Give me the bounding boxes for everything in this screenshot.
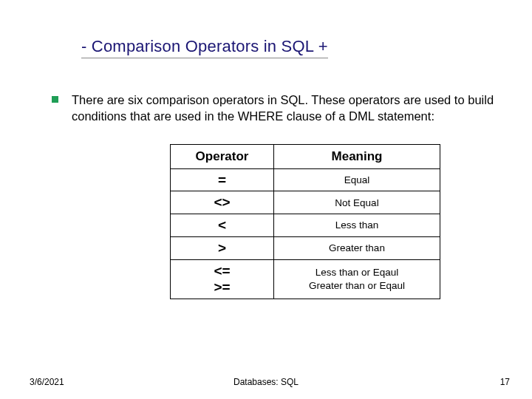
bullet-icon: [52, 96, 58, 103]
cell-operator: <: [171, 214, 274, 237]
cell-meaning: Less than: [274, 214, 440, 237]
footer-date: 3/6/2021: [30, 377, 64, 387]
slide-title: - Comparison Operators in SQL +: [81, 37, 328, 58]
table-row: <> Not Equal: [171, 191, 440, 214]
cell-operator: =: [171, 168, 274, 191]
slide-body: There are six comparison operators in SQ…: [0, 58, 532, 299]
footer-page-number: 17: [500, 377, 510, 387]
cell-operator: <=>=: [171, 259, 274, 299]
header-operator: Operator: [171, 144, 274, 168]
intro-paragraph: There are six comparison operators in SQ…: [72, 92, 495, 125]
table-container: Operator Meaning = Equal <> Not Equal <: [170, 144, 495, 299]
cell-meaning: Equal: [274, 168, 440, 191]
table-row: <=>= Less than or EqaulGreater than or E…: [171, 259, 440, 299]
cell-meaning: Not Equal: [274, 191, 440, 214]
slide-footer: 3/6/2021 Databases: SQL 17: [0, 377, 532, 387]
title-area: - Comparison Operators in SQL +: [0, 0, 532, 58]
table-row: > Greater than: [171, 237, 440, 260]
cell-meaning: Greater than: [274, 237, 440, 260]
cell-operator: >: [171, 237, 274, 260]
footer-title: Databases: SQL: [233, 377, 299, 387]
cell-operator: <>: [171, 191, 274, 214]
table-row: = Equal: [171, 168, 440, 191]
cell-meaning: Less than or EqaulGreater than or Eqaul: [274, 259, 440, 299]
bullet-item: There are six comparison operators in SQ…: [52, 92, 495, 125]
operators-table: Operator Meaning = Equal <> Not Equal <: [170, 144, 440, 299]
slide: - Comparison Operators in SQL + There ar…: [0, 0, 532, 399]
table-row: < Less than: [171, 214, 440, 237]
header-meaning: Meaning: [274, 144, 440, 168]
table-header-row: Operator Meaning: [171, 144, 440, 168]
